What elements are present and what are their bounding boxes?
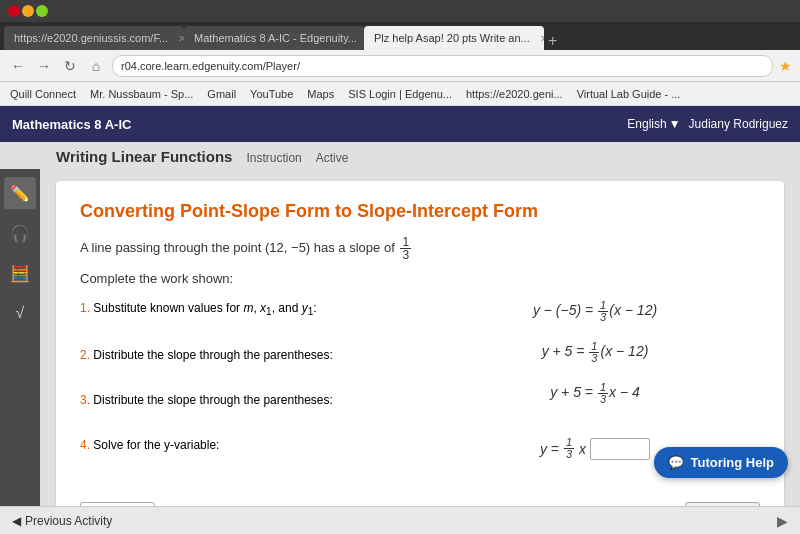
tab-bar: https://e2020.geniussis.com/F... ✕ Mathe… [0, 22, 800, 50]
reload-button[interactable]: ↻ [60, 56, 80, 76]
new-tab-button[interactable]: + [548, 32, 557, 50]
chevron-down-icon: ▼ [669, 117, 681, 131]
chat-icon: 💬 [668, 455, 684, 470]
close-button[interactable] [8, 5, 20, 17]
section-active: Active [316, 151, 349, 165]
language-selector[interactable]: English ▼ [627, 117, 680, 131]
section-status: Instruction [246, 151, 301, 165]
window-controls [8, 5, 48, 17]
bookmark-e2020[interactable]: https://e2020.geni... [462, 86, 567, 102]
bookmarks-bar: Quill Connect Mr. Nussbaum - Sp... Gmail… [0, 82, 800, 106]
app-title: Mathematics 8 A-IC [12, 117, 131, 132]
bookmark-gmail[interactable]: Gmail [203, 86, 240, 102]
app-header: Mathematics 8 A-IC English ▼ Judiany Rod… [0, 106, 800, 142]
complete-text: Complete the work shown: [80, 271, 760, 286]
tab-3-close[interactable]: ✕ [540, 33, 544, 44]
address-bar: ← → ↻ ⌂ ★ [0, 50, 800, 82]
url-input[interactable] [112, 55, 773, 77]
tab-3[interactable]: Plz help Asap! 20 pts Write an... ✕ [364, 26, 544, 50]
browser-chrome [0, 0, 800, 22]
user-name: Judiany Rodriguez [689, 117, 788, 131]
step-1: 1. Substitute known values for m, x1, an… [80, 300, 410, 319]
equation-1: y − (−5) = 1 3 (x − 12) [533, 300, 657, 323]
bookmark-lab[interactable]: Virtual Lab Guide - ... [573, 86, 685, 102]
steps-list: 1. Substitute known values for m, x1, an… [80, 300, 410, 482]
sidebar: ✏️ 🎧 🧮 √ [0, 169, 40, 506]
step-4: 4. Solve for the y-variable: [80, 437, 410, 454]
sidebar-function-icon[interactable]: √ [4, 297, 36, 329]
tutoring-help-button[interactable]: 💬 Tutoring Help [654, 447, 788, 478]
language-label: English [627, 117, 666, 131]
bookmark-maps[interactable]: Maps [303, 86, 338, 102]
problem-text: A line passing through the point (12, −5… [80, 236, 760, 261]
prev-arrow-icon: ◀ [12, 514, 21, 528]
sidebar-calculator-icon[interactable]: 🧮 [4, 257, 36, 289]
section-title: Writing Linear Functions [56, 148, 232, 165]
equation-3: y + 5 = 1 3 x − 4 [550, 382, 640, 405]
bookmark-nussbaum[interactable]: Mr. Nussbaum - Sp... [86, 86, 197, 102]
answer-input[interactable] [590, 438, 650, 460]
bookmark-youtube[interactable]: YouTube [246, 86, 297, 102]
bottom-nav-bar: ◀ Previous Activity ▶ [0, 506, 800, 534]
step-3: 3. Distribute the slope through the pare… [80, 392, 410, 409]
prev-activity-button[interactable]: ◀ Previous Activity [12, 514, 112, 528]
tab-3-label: Plz help Asap! 20 pts Write an... [374, 32, 530, 44]
home-button[interactable]: ⌂ [86, 56, 106, 76]
tab-1-label: https://e2020.geniussis.com/F... [14, 32, 168, 44]
tab-2-label: Mathematics 8 A-IC - Edgenuity... [194, 32, 357, 44]
sidebar-pencil-icon[interactable]: ✏️ [4, 177, 36, 209]
sidebar-headphones-icon[interactable]: 🎧 [4, 217, 36, 249]
card-title: Converting Point-Slope Form to Slope-Int… [80, 201, 760, 222]
bookmark-quill[interactable]: Quill Connect [6, 86, 80, 102]
step-2: 2. Distribute the slope through the pare… [80, 347, 410, 364]
next-arrow-button[interactable]: ▶ [777, 513, 788, 529]
bookmark-sis[interactable]: SIS Login | Edgenu... [344, 86, 456, 102]
tab-1[interactable]: https://e2020.geniussis.com/F... ✕ [4, 26, 184, 50]
section-header: Writing Linear Functions Instruction Act… [0, 142, 800, 169]
bookmark-star-icon[interactable]: ★ [779, 58, 792, 74]
answer-row: y = 1 3 x [540, 437, 650, 460]
header-right: English ▼ Judiany Rodriguez [627, 117, 788, 131]
forward-button[interactable]: → [34, 56, 54, 76]
maximize-button[interactable] [36, 5, 48, 17]
tab-2[interactable]: Mathematics 8 A-IC - Edgenuity... ✕ [184, 26, 364, 50]
back-button[interactable]: ← [8, 56, 28, 76]
minimize-button[interactable] [22, 5, 34, 17]
equation-2: y + 5 = 1 3 (x − 12) [542, 341, 649, 364]
slope-fraction: 1 3 [400, 236, 411, 261]
